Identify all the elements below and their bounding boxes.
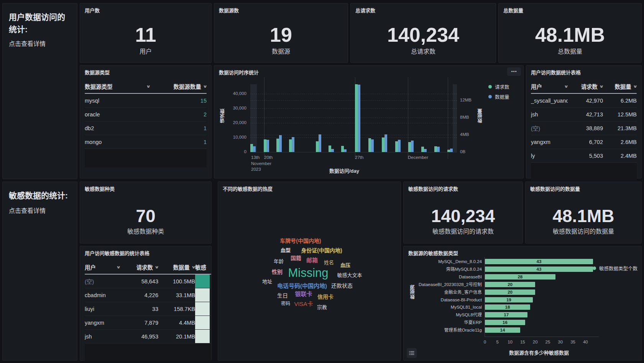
column-header[interactable]: 请求数∨ bbox=[120, 263, 158, 271]
legend-toggle-icon[interactable] bbox=[407, 348, 417, 358]
table-cell: ly bbox=[531, 153, 568, 159]
bar-volume bbox=[279, 135, 282, 152]
y-tick-right: 8MB bbox=[460, 115, 469, 119]
x-tick: 0 bbox=[484, 340, 486, 344]
panel-stat-total-requests: 总请求数 140,234 总请求数 bbox=[350, 3, 496, 63]
bar-value: 18 bbox=[485, 304, 530, 310]
bar-requests bbox=[368, 138, 371, 152]
x-tick: 5 bbox=[496, 340, 499, 344]
column-header[interactable]: 数据量∨ bbox=[603, 82, 637, 90]
table-cell: (空) bbox=[85, 277, 120, 285]
bar-volume bbox=[331, 149, 334, 152]
table-cell: 15 bbox=[150, 98, 207, 104]
bar-volume bbox=[384, 134, 387, 152]
table-empty-row bbox=[85, 343, 211, 361]
bar-value: 43 bbox=[485, 259, 593, 264]
table-row: jsh42,71312.5MB bbox=[531, 108, 637, 121]
y-axis-label-right: 数据量 bbox=[476, 108, 484, 123]
x-tick: 25 bbox=[545, 340, 550, 344]
panel-title: 敏感数据种类 bbox=[85, 185, 115, 192]
wordcloud-word: 地址 bbox=[262, 279, 272, 284]
wordcloud-word: 宗教 bbox=[317, 305, 327, 310]
table-cell: 46,953 bbox=[120, 334, 158, 340]
bar-requests bbox=[434, 146, 437, 152]
bar-requests bbox=[250, 144, 253, 152]
table-cell: 2.4MB bbox=[603, 153, 637, 159]
table-row: mysql15 bbox=[85, 94, 207, 108]
bar-category-label: Dataease-BI-Product bbox=[415, 297, 482, 302]
table-row: cbadmin4,22633.1MB bbox=[85, 288, 211, 302]
column-header[interactable]: 用户∨ bbox=[531, 82, 568, 90]
bar-volume bbox=[450, 149, 453, 152]
column-header[interactable]: 用户∨ bbox=[85, 263, 120, 271]
table-cell: 33.1MB bbox=[158, 292, 195, 298]
legend-item[interactable]: 数据量 bbox=[488, 93, 509, 100]
table-cell: 1 bbox=[150, 139, 207, 145]
table-cell: 42,713 bbox=[568, 111, 603, 118]
wordcloud-word: 敏感大文本 bbox=[337, 273, 362, 278]
table-cell: 38,889 bbox=[568, 125, 603, 131]
sensitive-user-table: 用户∨请求数∨数据量∨敏感(空)58,643100.5MBcbadmin4,22… bbox=[85, 260, 211, 361]
wordcloud-word: 性别 bbox=[272, 269, 283, 275]
bar-value: 20 bbox=[485, 289, 535, 295]
column-header-label: 数据量 bbox=[614, 82, 631, 90]
sensitive-level-swatch bbox=[195, 302, 210, 316]
sort-chevron-icon: ∨ bbox=[599, 84, 603, 88]
column-header[interactable]: 数据量∨ bbox=[158, 263, 195, 271]
stat-value: 48.1MB bbox=[526, 207, 641, 225]
panel-title: 数据源数 bbox=[219, 7, 239, 14]
bar-category-label: 金融业务_客户信息 bbox=[415, 289, 482, 295]
sensitive-level-swatch bbox=[195, 316, 210, 329]
table-cell: 12.5MB bbox=[603, 111, 637, 118]
barchart-legend[interactable]: 敏感数据类型个数 bbox=[593, 265, 637, 272]
sensitive-level-swatch bbox=[195, 288, 210, 302]
bar-requests bbox=[447, 150, 450, 152]
y-tick-right: 0B bbox=[460, 149, 465, 154]
table-cell: _syscall_yuanc bbox=[531, 98, 568, 104]
wordcloud-word: 车牌号(中国内地) bbox=[280, 238, 321, 244]
panel-title: 总请求数 bbox=[355, 7, 375, 14]
table-cell: jsh bbox=[531, 111, 568, 118]
table-cell: 100.5MB bbox=[158, 278, 195, 285]
column-header[interactable]: 数据源类型∨ bbox=[85, 82, 150, 90]
stat-caption: 敏感数据访问的数据量 bbox=[526, 226, 641, 235]
table-cell: 4,226 bbox=[120, 292, 158, 298]
x-tick: December bbox=[408, 155, 428, 161]
column-header-label: 敏感 bbox=[195, 263, 206, 271]
x-tick: 15 bbox=[520, 340, 525, 344]
table-cell: oracle bbox=[85, 111, 150, 118]
view-details-link[interactable]: 点击查看详情 bbox=[9, 206, 46, 215]
y-tick-left: 10,000 bbox=[215, 135, 246, 139]
column-header[interactable]: 敏感 bbox=[195, 263, 210, 271]
panel-title: 数据访问时序统计 bbox=[219, 69, 259, 76]
bar-volume bbox=[266, 140, 269, 152]
wordcloud-word: 信用卡 bbox=[317, 294, 334, 299]
bar-volume bbox=[424, 149, 427, 152]
section-heading: 用户数据访问的统计: bbox=[9, 11, 72, 35]
x-tick: 30 bbox=[558, 340, 563, 344]
legend-item[interactable]: 请求数 bbox=[488, 83, 509, 90]
stat-caption: 敏感数据访问的请求数 bbox=[404, 226, 522, 235]
panel-timeseries: 数据访问时序统计 ⋯ 请求数 数据量 数据访问/day 请求数数据量 40,00… bbox=[214, 65, 524, 178]
stat-value: 19 bbox=[214, 25, 348, 45]
table-empty-row bbox=[85, 149, 207, 167]
table-row: oracle2 bbox=[85, 108, 207, 121]
panel-sensitive-barchart: 数据源的敏感数据类型 数据源 数据源含有多少种敏感数据 敏感数据类型个数 MyS… bbox=[403, 246, 642, 361]
table-cell: 7,879 bbox=[120, 320, 158, 326]
view-details-link[interactable]: 点击查看详情 bbox=[9, 39, 46, 48]
column-header[interactable]: 数据源数量∨ bbox=[150, 82, 207, 90]
column-header[interactable]: 请求数∨ bbox=[568, 82, 603, 90]
wordcloud-word: Missing bbox=[288, 267, 328, 279]
panel-menu-icon[interactable]: ⋯ bbox=[507, 67, 521, 76]
datasource-type-table: 数据源类型∨数据源数量∨mysql15oracle2db21mongo1 bbox=[85, 79, 207, 167]
bar-category-label: MySQL8代理 bbox=[415, 312, 482, 317]
column-header-label: 请求数 bbox=[581, 82, 598, 90]
dashboard: 用户数据访问的统计: 点击查看详情 用户数 11 用户 数据源数 19 数据源 … bbox=[0, 0, 644, 363]
wordcloud-word: 姓名 bbox=[324, 260, 334, 265]
bar-category-label: 管理系统Oracle11g bbox=[415, 327, 482, 333]
bar-requests bbox=[316, 141, 319, 152]
stat-value: 70 bbox=[80, 207, 211, 225]
legend-dot bbox=[488, 85, 492, 88]
table-cell: 4.4MB bbox=[158, 320, 195, 326]
table-cell: 58,643 bbox=[120, 278, 158, 285]
